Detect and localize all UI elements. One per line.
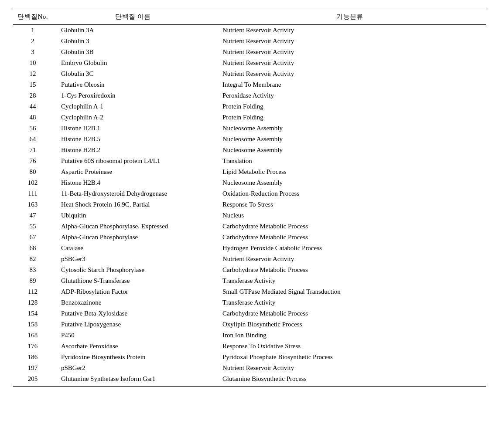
cell-name: ADP-Ribosylation Factor [52,286,214,297]
cell-name: 1-Cys Peroxiredoxin [52,90,214,101]
cell-no: 15 [13,79,52,90]
cell-function: Nucleosome Assembly [214,134,486,145]
cell-name: Cyclophilin A-1 [52,101,214,112]
cell-no: 158 [13,319,52,330]
cell-no: 168 [13,330,52,341]
cell-no: 76 [13,156,52,166]
table-row: 47UbiquitinNucleus [13,210,486,221]
cell-function: Carbohydrate Metabolic Process [214,308,486,319]
cell-name: Globulin 3 [52,36,214,47]
cell-function: Carbohydrate Metabolic Process [214,221,486,232]
cell-name: 11-Beta-Hydroxysteroid Dehydrogenase [52,188,214,199]
cell-no: 64 [13,134,52,145]
table-row: 281-Cys PeroxiredoxinPeroxidase Activity [13,90,486,101]
cell-name: Putative 60S ribosomal protein L4/L1 [52,156,214,166]
cell-no: 83 [13,265,52,275]
cell-name: Pyridoxine Biosynthesis Protein [52,352,214,363]
cell-name: Globulin 3C [52,68,214,79]
cell-function: Nutrient Reservoir Activity [214,363,486,373]
cell-no: 56 [13,123,52,134]
table-row: 112ADP-Ribosylation FactorSmall GTPase M… [13,286,486,297]
table-row: 64Histone H2B.5Nucleosome Assembly [13,134,486,145]
cell-function: Glutamine Biosynthetic Process [214,373,486,387]
table-header-row: 단백질No. 단백질 이름 기능분류 [13,9,486,25]
cell-name: Benzoxazinone [52,297,214,308]
col-header-function: 기능분류 [214,9,486,25]
cell-no: 205 [13,373,52,387]
table-row: 83Cytosolic Starch PhosphorylaseCarbohyd… [13,265,486,275]
table-row: 102Histone H2B.4Nucleosome Assembly [13,177,486,188]
cell-function: Nucleosome Assembly [214,177,486,188]
cell-no: 111 [13,188,52,199]
cell-name: Heat Shock Protein 16.9C, Partial [52,199,214,210]
cell-function: Small GTPase Mediated Signal Transductio… [214,286,486,297]
table-row: 56Histone H2B.1Nucleosome Assembly [13,123,486,134]
cell-name: Histone H2B.2 [52,145,214,156]
table-row: 1Globulin 3ANutrient Reservoir Activity [13,25,486,36]
cell-function: Nutrient Reservoir Activity [214,68,486,79]
cell-function: Translation [214,156,486,166]
cell-no: 3 [13,47,52,58]
table-row: 48Cyclophilin A-2Protein Folding [13,112,486,123]
cell-no: 12 [13,68,52,79]
cell-name: Histone H2B.1 [52,123,214,134]
cell-name: pSBGer3 [52,254,214,265]
cell-function: Carbohydrate Metabolic Process [214,265,486,275]
cell-function: Protein Folding [214,112,486,123]
table-row: 163Heat Shock Protein 16.9C, PartialResp… [13,199,486,210]
main-table-container: 단백질No. 단백질 이름 기능분류 1Globulin 3ANutrient … [13,9,486,387]
table-row: 205Glutamine Synthetase Isoform Gsr1Glut… [13,373,486,387]
table-row: 12Globulin 3CNutrient Reservoir Activity [13,68,486,79]
cell-name: Globulin 3B [52,47,214,58]
cell-function: Nutrient Reservoir Activity [214,58,486,68]
table-row: 44Cyclophilin A-1Protein Folding [13,101,486,112]
cell-name: Globulin 3A [52,25,214,36]
cell-name: Putative Oleosin [52,79,214,90]
cell-name: Glutamine Synthetase Isoform Gsr1 [52,373,214,387]
cell-no: 68 [13,243,52,254]
cell-function: Oxidation-Reduction Process [214,188,486,199]
cell-no: 112 [13,286,52,297]
cell-function: Nucleosome Assembly [214,123,486,134]
cell-name: Alpha-Glucan Phosphorylase, Expressed [52,221,214,232]
cell-name: Aspartic Proteinase [52,166,214,177]
table-row: 15Putative OleosinIntegral To Membrane [13,79,486,90]
cell-function: Iron Ion Binding [214,330,486,341]
cell-name: Catalase [52,243,214,254]
cell-name: Histone H2B.5 [52,134,214,145]
table-row: 55Alpha-Glucan Phosphorylase, ExpressedC… [13,221,486,232]
cell-no: 67 [13,232,52,243]
cell-name: Histone H2B.4 [52,177,214,188]
table-row: 176Ascorbate PeroxidaseResponse To Oxida… [13,341,486,352]
cell-function: Response To Stress [214,199,486,210]
cell-no: 197 [13,363,52,373]
table-row: 154Putative Beta-XylosidaseCarbohydrate … [13,308,486,319]
cell-function: Nutrient Reservoir Activity [214,47,486,58]
cell-name: Cyclophilin A-2 [52,112,214,123]
cell-function: Carbohydrate Metabolic Process [214,232,486,243]
cell-function: Pyridoxal Phosphate Biosynthetic Process [214,352,486,363]
table-row: 10Embryo GlobulinNutrient Reservoir Acti… [13,58,486,68]
cell-function: Oxylipin Biosynthetic Process [214,319,486,330]
table-row: 168P450Iron Ion Binding [13,330,486,341]
table-row: 11111-Beta-Hydroxysteroid DehydrogenaseO… [13,188,486,199]
table-row: 197pSBGer2Nutrient Reservoir Activity [13,363,486,373]
cell-no: 163 [13,199,52,210]
cell-name: Glutathione S-Transferase [52,275,214,286]
cell-name: Embryo Globulin [52,58,214,68]
cell-function: Nucleus [214,210,486,221]
cell-name: Putative Beta-Xylosidase [52,308,214,319]
protein-table: 단백질No. 단백질 이름 기능분류 1Globulin 3ANutrient … [13,9,486,387]
cell-no: 55 [13,221,52,232]
col-header-name: 단백질 이름 [52,9,214,25]
cell-function: Nutrient Reservoir Activity [214,25,486,36]
cell-no: 44 [13,101,52,112]
cell-function: Protein Folding [214,101,486,112]
cell-name: pSBGer2 [52,363,214,373]
cell-no: 48 [13,112,52,123]
cell-no: 89 [13,275,52,286]
cell-function: Nutrient Reservoir Activity [214,36,486,47]
cell-no: 82 [13,254,52,265]
table-row: 128BenzoxazinoneTransferase Activity [13,297,486,308]
cell-name: P450 [52,330,214,341]
